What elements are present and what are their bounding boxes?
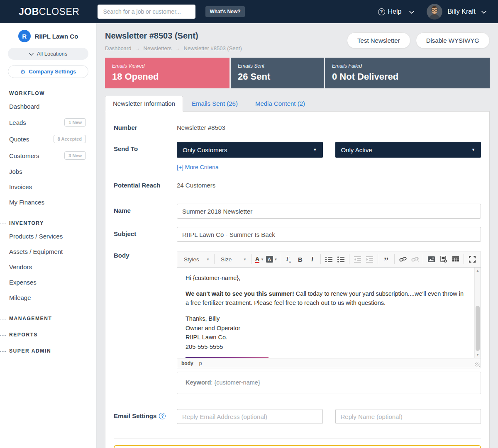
help-menu[interactable]: ? Help (378, 8, 415, 15)
ordered-list-icon[interactable] (323, 254, 335, 265)
breadcrumb-arrow-icon: → (135, 45, 140, 51)
tab-bar: Newsletter Information Emails Sent (26) … (105, 96, 490, 112)
breadcrumb-newsletters[interactable]: Newsletters (144, 45, 172, 51)
send-to-dropdown[interactable]: Only Customers ▼ (177, 142, 323, 158)
stat-emails-viewed: Emails Viewed 18 Opened (105, 58, 229, 88)
maximize-icon[interactable] (466, 254, 478, 265)
customers-badge: 3 New (64, 151, 86, 160)
bold-icon[interactable]: B (294, 254, 306, 265)
tab-newsletter-information[interactable]: Newsletter Information (105, 96, 183, 112)
user-name[interactable]: Billy Kraft (447, 8, 476, 15)
company-logo: R (18, 30, 31, 42)
reply-name-input[interactable] (335, 409, 481, 424)
link-icon[interactable] (397, 254, 409, 265)
keyword-helper: Keyword: {customer-name} (177, 372, 481, 394)
section-header-reports[interactable]: REPORTS (0, 332, 96, 338)
reply-email-input[interactable] (177, 409, 323, 424)
newsletter-information-panel: Number Newsletter #8503 Send To Only Cus… (105, 112, 490, 448)
status-filter-dropdown[interactable]: Only Active ▼ (335, 142, 481, 158)
number-value: Newsletter #8503 (177, 124, 481, 131)
email-settings-label: Email Settings ? (114, 409, 177, 424)
potential-reach-value: 24 Customers (177, 182, 481, 189)
sidebar-item-invoices[interactable]: Invoices (0, 179, 96, 195)
sidebar-item-jobs[interactable]: Jobs (0, 164, 96, 179)
bullet-list-icon[interactable] (335, 254, 347, 265)
help-tooltip-icon[interactable]: ? (159, 413, 166, 419)
section-header-management[interactable]: MANAGEMENT (0, 316, 96, 321)
editor-toolbar: Styles▼ Size▼ A▼ A▼ Tx B I (177, 251, 481, 268)
table-icon[interactable] (449, 254, 461, 265)
stat-emails-failed: Emails Failed 0 Not Delivered (325, 58, 490, 88)
help-label: Help (388, 8, 402, 15)
potential-reach-label: Potential Reach (114, 182, 177, 189)
breadcrumb-dashboard[interactable]: Dashboard (105, 45, 132, 51)
outdent-icon[interactable] (352, 254, 364, 265)
sidebar-item-quotes[interactable]: Quotes8 Accepted (0, 131, 96, 147)
name-input[interactable] (177, 204, 481, 219)
template-icon[interactable] (437, 254, 449, 265)
email-greeting: Hi {customer-name}, (186, 274, 466, 283)
more-criteria-link[interactable]: [+] More Criteria (177, 164, 219, 170)
unlink-icon[interactable] (409, 254, 421, 265)
all-locations-selector[interactable]: All Locations (8, 48, 88, 60)
company-name: RIIPL Lawn Co (35, 33, 78, 40)
sidebar-item-vendors[interactable]: Vendors (0, 259, 96, 275)
breadcrumb: Dashboard → Newsletters → Newsletter #85… (105, 45, 242, 51)
scroll-down-icon[interactable]: ▼ (475, 352, 481, 358)
italic-icon[interactable]: I (306, 254, 318, 265)
scrollbar-thumb[interactable] (476, 306, 480, 351)
subject-input[interactable] (177, 227, 481, 242)
sidebar-item-customers[interactable]: Customers3 New (0, 147, 96, 164)
disable-wysiwyg-button[interactable]: Disable WYSIWYG (416, 32, 490, 49)
path-body[interactable]: body (181, 360, 193, 366)
section-dash-icon (0, 224, 6, 224)
sidebar-item-assets-equipment[interactable]: Assets / Equipment (0, 244, 96, 259)
section-dash-icon (0, 319, 6, 319)
search-input[interactable] (98, 5, 195, 19)
scroll-up-icon[interactable]: ▲ (475, 268, 481, 274)
user-avatar[interactable] (427, 4, 442, 19)
sidebar-item-expenses[interactable]: Expenses (0, 275, 96, 290)
app-window: JOBCLOSER What's New? ? Help (0, 0, 498, 448)
sidebar-item-products-services[interactable]: Products / Services (0, 229, 96, 244)
remove-format-icon[interactable]: Tx (282, 254, 294, 265)
sidebar: R RIIPL Lawn Co All Locations ⚙ Company … (0, 23, 97, 448)
sidebar-item-mileage[interactable]: Mileage (0, 290, 96, 305)
text-color-icon[interactable]: A▼ (254, 254, 266, 265)
company-settings-label: Company Settings (29, 68, 76, 75)
number-label: Number (114, 124, 177, 131)
styles-dropdown[interactable]: Styles▼ (180, 254, 212, 265)
background-color-icon[interactable]: A▼ (266, 254, 278, 265)
image-icon[interactable] (425, 254, 437, 265)
resize-handle[interactable] (475, 363, 480, 367)
logo-closer: CLOSER (39, 6, 80, 17)
section-dash-icon (0, 351, 6, 352)
sidebar-item-my-finances[interactable]: My Finances (0, 195, 96, 210)
tab-media-content[interactable]: Media Content (2) (247, 96, 314, 111)
tab-emails-sent[interactable]: Emails Sent (26) (183, 96, 247, 111)
path-p[interactable]: p (199, 360, 202, 366)
size-dropdown[interactable]: Size▼ (217, 254, 249, 265)
app-logo[interactable]: JOBCLOSER (19, 6, 79, 17)
sidebar-item-leads[interactable]: Leads1 New (0, 114, 96, 131)
company-header: R RIIPL Lawn Co (0, 30, 96, 42)
section-header-super-admin[interactable]: SUPER ADMIN (0, 348, 96, 354)
sidebar-item-dashboard[interactable]: Dashboard (0, 99, 96, 114)
test-newsletter-button[interactable]: Test Newsletter (347, 32, 410, 49)
wysiwyg-editor: Styles▼ Size▼ A▼ A▼ Tx B I (177, 251, 481, 368)
sidebar-nav: WORKFLOW Dashboard Leads1 New Quotes8 Ac… (0, 90, 96, 354)
user-chevron-down-icon[interactable] (481, 8, 486, 15)
section-dash-icon (0, 335, 6, 336)
subject-label: Subject (114, 227, 177, 242)
section-header-inventory[interactable]: INVENTORY (0, 220, 96, 226)
indent-icon[interactable] (364, 254, 376, 265)
company-settings-button[interactable]: ⚙ Company Settings (8, 65, 88, 78)
section-header-workflow[interactable]: WORKFLOW (0, 90, 96, 96)
editor-scrollbar[interactable]: ▲ ▼ (474, 268, 481, 358)
blockquote-icon[interactable]: ” (380, 254, 392, 265)
editor-content-area[interactable]: Hi {customer-name}, We can't wait to see… (177, 268, 481, 358)
whats-new-button[interactable]: What's New? (205, 6, 244, 17)
dropdown-caret-icon: ▼ (243, 258, 247, 261)
chevron-down-icon (29, 51, 34, 57)
stat-emails-sent: Emails Sent 26 Sent (231, 58, 324, 88)
